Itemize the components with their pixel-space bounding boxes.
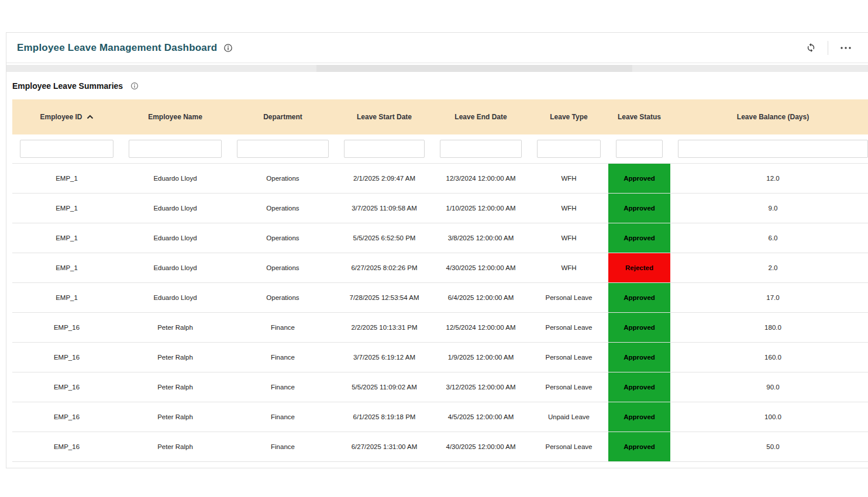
column-header-label: Leave Type <box>550 113 587 121</box>
filter-input-employee-name[interactable] <box>129 140 222 158</box>
table-row[interactable]: EMP_16Peter RalphFinance5/5/2025 11:09:0… <box>12 372 868 402</box>
cell-leave-end: 3/8/2025 12:00:00 AM <box>432 223 529 253</box>
column-header-department[interactable]: Department <box>229 113 336 121</box>
scrollbar-thumb[interactable] <box>316 65 632 72</box>
column-header-leave-start[interactable]: Leave Start Date <box>336 113 432 121</box>
column-header-label: Leave End Date <box>454 113 507 121</box>
status-badge: Approved <box>608 223 670 253</box>
cell-employee-name: Eduardo Lloyd <box>121 283 229 312</box>
cell-text: Approved <box>624 324 655 331</box>
cell-text: 2/1/2025 2:09:47 AM <box>353 175 415 182</box>
cell-employee-id: EMP_16 <box>12 402 121 432</box>
table-row[interactable]: EMP_16Peter RalphFinance6/27/2025 1:31:0… <box>12 432 868 462</box>
cell-leave-start: 2/1/2025 2:09:47 AM <box>336 164 432 193</box>
cell-leave-end: 1/10/2025 12:00:00 AM <box>432 194 529 223</box>
cell-text: Approved <box>624 443 655 450</box>
filter-input-leave-balance[interactable] <box>678 140 868 158</box>
info-icon[interactable] <box>223 43 233 53</box>
cell-text: 9.0 <box>769 205 778 212</box>
cell-leave-start: 7/28/2025 12:53:54 AM <box>336 283 432 312</box>
filter-input-department[interactable] <box>237 140 329 158</box>
cell-department: Finance <box>229 343 336 372</box>
cell-department: Finance <box>229 372 336 402</box>
section-title: Employee Leave Summaries <box>12 81 123 91</box>
filter-row <box>12 134 868 164</box>
cell-leave-type: Personal Leave <box>529 343 608 372</box>
horizontal-scrollbar[interactable] <box>6 65 868 72</box>
cell-text: Unpaid Leave <box>548 413 590 420</box>
cell-leave-start: 6/1/2025 8:19:18 PM <box>336 402 432 432</box>
toolbar-divider <box>828 41 828 55</box>
cell-text: Eduardo Lloyd <box>153 234 197 241</box>
cell-text: 160.0 <box>764 354 781 361</box>
cell-text: 6/1/2025 8:19:18 PM <box>353 413 416 420</box>
cell-leave-start: 6/27/2025 8:02:26 PM <box>336 253 432 282</box>
cell-department: Operations <box>229 194 336 223</box>
column-header-employee-name[interactable]: Employee Name <box>121 113 229 121</box>
cell-employee-id: EMP_1 <box>12 253 121 282</box>
cell-text: 5/5/2025 11:09:02 AM <box>352 384 417 391</box>
cell-text: Operations <box>266 234 299 241</box>
title-bar: Employee Leave Management Dashboard <box>6 33 868 63</box>
status-badge: Approved <box>608 164 670 193</box>
refresh-icon[interactable] <box>806 43 816 53</box>
cell-text: EMP_1 <box>56 175 78 182</box>
ellipsis-icon[interactable] <box>840 46 852 50</box>
status-badge: Rejected <box>608 253 670 282</box>
info-icon[interactable] <box>130 82 139 90</box>
cell-department: Finance <box>229 402 336 432</box>
column-header-label: Employee Name <box>148 113 202 121</box>
cell-text: Personal Leave <box>546 384 593 391</box>
column-header-leave-balance[interactable]: Leave Balance (Days) <box>670 113 868 121</box>
cell-leave-start: 5/5/2025 11:09:02 AM <box>336 372 432 402</box>
filter-cell <box>529 140 608 158</box>
cell-leave-end: 4/5/2025 12:00:00 AM <box>432 402 529 432</box>
table-row[interactable]: EMP_1Eduardo LloydOperations7/28/2025 12… <box>12 283 868 313</box>
filter-input-leave-type[interactable] <box>537 140 601 158</box>
filter-cell <box>336 140 432 158</box>
column-header-label: Leave Balance (Days) <box>737 113 809 121</box>
cell-employee-name: Peter Ralph <box>121 432 229 461</box>
section-heading: Employee Leave Summaries <box>12 81 868 91</box>
cell-leave-start: 5/5/2025 6:52:50 PM <box>336 223 432 253</box>
column-header-leave-end[interactable]: Leave End Date <box>432 113 529 121</box>
table-row[interactable]: EMP_16Peter RalphFinance6/1/2025 8:19:18… <box>12 402 868 432</box>
table-body: EMP_1Eduardo LloydOperations2/1/2025 2:0… <box>12 164 868 462</box>
cell-employee-name: Peter Ralph <box>121 372 229 402</box>
cell-text: Personal Leave <box>546 354 593 361</box>
cell-text: Operations <box>266 175 299 182</box>
cell-text: EMP_16 <box>54 384 80 391</box>
column-header-employee-id[interactable]: Employee ID <box>12 113 121 121</box>
cell-text: Eduardo Lloyd <box>153 175 197 182</box>
cell-text: Peter Ralph <box>157 324 193 331</box>
column-header-leave-status[interactable]: Leave Status <box>608 113 670 121</box>
table-header-row: Employee IDEmployee NameDepartmentLeave … <box>12 99 868 134</box>
table-row[interactable]: EMP_16Peter RalphFinance2/2/2025 10:13:3… <box>12 313 868 343</box>
cell-text: Eduardo Lloyd <box>153 205 197 212</box>
table-row[interactable]: EMP_1Eduardo LloydOperations6/27/2025 8:… <box>12 253 868 283</box>
cell-text: WFH <box>561 264 576 271</box>
cell-leave-end: 4/30/2025 12:00:00 AM <box>432 253 529 282</box>
leave-summaries-table: Employee IDEmployee NameDepartmentLeave … <box>12 99 868 462</box>
cell-text: Eduardo Lloyd <box>153 294 197 301</box>
cell-text: EMP_1 <box>56 234 78 241</box>
cell-text: 12/3/2024 12:00:00 AM <box>446 175 516 182</box>
table-row[interactable]: EMP_1Eduardo LloydOperations2/1/2025 2:0… <box>12 164 868 194</box>
filter-input-leave-status[interactable] <box>616 140 663 158</box>
filter-cell <box>608 140 670 158</box>
cell-leave-balance: 160.0 <box>670 343 868 372</box>
filter-input-employee-id[interactable] <box>20 140 113 158</box>
cell-text: Eduardo Lloyd <box>153 264 197 271</box>
filter-input-leave-end[interactable] <box>440 140 522 158</box>
status-badge: Approved <box>608 402 670 432</box>
filter-input-leave-start[interactable] <box>344 140 425 158</box>
cell-text: EMP_1 <box>56 294 78 301</box>
cell-department: Operations <box>229 164 336 193</box>
table-row[interactable]: EMP_1Eduardo LloydOperations3/7/2025 11:… <box>12 194 868 223</box>
table-row[interactable]: EMP_1Eduardo LloydOperations5/5/2025 6:5… <box>12 223 868 253</box>
column-header-leave-type[interactable]: Leave Type <box>529 113 608 121</box>
table-row[interactable]: EMP_16Peter RalphFinance3/7/2025 6:19:12… <box>12 343 868 372</box>
cell-text: WFH <box>561 205 576 212</box>
cell-leave-type: Personal Leave <box>529 372 608 402</box>
cell-text: 180.0 <box>764 324 781 331</box>
